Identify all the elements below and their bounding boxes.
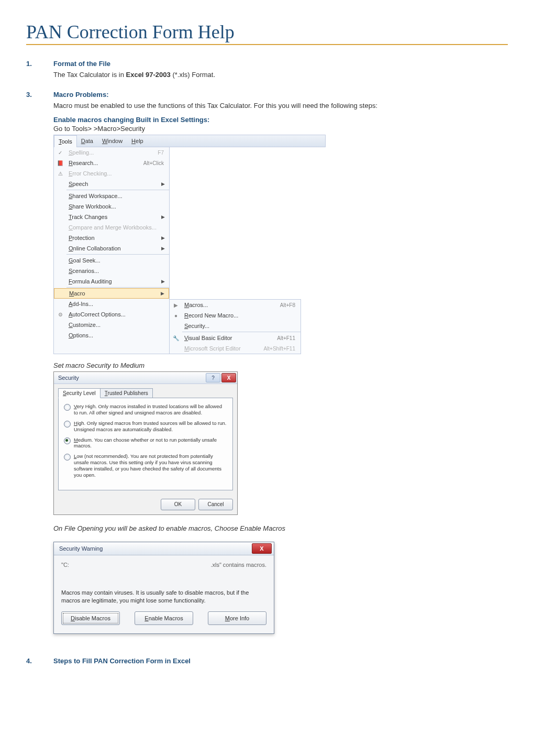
section-1-body: The Tax Calculator is in Excel 97-2003 (… [53, 70, 508, 80]
warning-close-icon[interactable]: X [252, 543, 272, 554]
security-option-label: Low (not recommended). You are not prote… [74, 453, 227, 478]
submenu-item-icon: ▶ [170, 302, 182, 308]
menu-item[interactable]: Customize... [54, 320, 169, 330]
page-title: PAN Correction Form Help [26, 21, 508, 43]
ok-button[interactable]: OK [161, 499, 195, 510]
section-1: 1. Format of the File The Tax Calculator… [26, 60, 508, 83]
dialog-help-icon[interactable]: ? [206, 373, 220, 382]
menu-separator [66, 190, 169, 190]
section-1-body-bold: Excel 97-2003 [126, 71, 171, 79]
menu-item-label: Spelling... [66, 149, 158, 156]
submenu-item[interactable]: ●Record New Macro... [170, 310, 301, 321]
menubar-tab-window[interactable]: Window [98, 135, 127, 147]
menubar-tab-help[interactable]: Help [127, 135, 148, 147]
menu-item[interactable]: 📕Research...Alt+Click [54, 158, 169, 168]
submenu-item-shortcut: Alt+Shift+F11 [263, 346, 298, 352]
menu-item: ⚠Error Checking... [54, 168, 169, 179]
radio-icon [64, 404, 71, 411]
security-level-option[interactable]: Very High. Only macros installed in trus… [64, 403, 227, 416]
menu-item-label: Track Changes [66, 214, 161, 220]
security-level-options: Very High. Only macros installed in trus… [58, 398, 233, 490]
menu-item[interactable]: Track Changes▶ [54, 212, 169, 222]
menu-item-label: Customize... [66, 322, 167, 328]
section-4: 4. Steps to Fill PAN Correction Form in … [26, 657, 508, 667]
submenu-item-label: Macros... [182, 302, 280, 308]
security-dialog-titlebar: Security ? X [54, 372, 237, 384]
menu-item[interactable]: Macro▶ [54, 288, 169, 299]
menubar-tab-data[interactable]: Data [77, 135, 98, 147]
tab-security-level[interactable]: Security Level [58, 388, 101, 398]
more-info-button[interactable]: More Info [208, 611, 266, 625]
menu-item-label: Options... [66, 332, 167, 338]
menu-item[interactable]: Share Workbook... [54, 201, 169, 212]
security-option-label: Medium. You can choose whether or not to… [74, 437, 227, 450]
radio-icon [64, 437, 71, 444]
menu-item: ✓Spelling...F7 [54, 147, 169, 158]
menubar-tab-tools[interactable]: Tools [54, 135, 77, 147]
security-option-label: High. Only signed macros from trusted so… [74, 420, 227, 433]
menu-item[interactable]: Shared Workspace... [54, 191, 169, 201]
submenu-item: Microsoft Script EditorAlt+Shift+F11 [170, 343, 301, 354]
menu-item-icon: ⚙ [54, 312, 66, 317]
caption-on-open: On File Opening you will be asked to ena… [53, 524, 508, 532]
disable-macros-button[interactable]: Disable Macros [61, 611, 120, 625]
disable-macros-label: isable Macros [75, 615, 110, 621]
submenu-item[interactable]: 🔧Visual Basic EditorAlt+F11 [170, 333, 301, 343]
menu-item-label: Online Collaboration [66, 245, 161, 251]
menu-item[interactable]: Options... [54, 330, 169, 341]
menu-item-label: Formula Auditing [66, 278, 161, 284]
menu-item[interactable]: Online Collaboration▶ [54, 243, 169, 254]
menu-item: Compare and Merge Workbooks... [54, 222, 169, 233]
submenu-item-icon: 🔧 [170, 335, 182, 341]
menu-item[interactable]: Scenarios... [54, 266, 169, 276]
enable-macros-heading: Enable macros changing Built in Excel Se… [53, 116, 508, 124]
menu-item-label: Goal Seek... [66, 257, 167, 264]
security-warning-title: Security Warning [59, 545, 103, 552]
menu-item-label: Add-Ins... [66, 301, 167, 307]
submenu-arrow-icon: ▶ [161, 291, 166, 296]
security-level-option[interactable]: Low (not recommended). You are not prote… [64, 453, 227, 478]
security-level-option[interactable]: Medium. You can choose whether or not to… [64, 437, 227, 450]
menu-item[interactable]: Add-Ins... [54, 299, 169, 309]
dialog-close-icon[interactable]: X [221, 373, 236, 382]
section-3-num: 3. [26, 91, 53, 642]
menu-item-label: Error Checking... [66, 170, 167, 177]
submenu-arrow-icon: ▶ [161, 279, 167, 284]
menubar-tab-tools-rest: ools [62, 138, 72, 145]
menu-item[interactable]: Speech▶ [54, 179, 169, 189]
enable-macros-label: nable Macros [149, 615, 183, 621]
section-3-heading: Macro Problems: [53, 91, 508, 98]
submenu-item-label: Security... [182, 323, 298, 329]
section-1-body-suffix: (*.xls) Format. [171, 71, 215, 79]
warning-path-suffix: .xls" contains macros. [210, 562, 266, 568]
more-info-label: ore Info [230, 615, 249, 621]
menu-item-icon: ✓ [54, 150, 66, 156]
submenu-item-label: Visual Basic Editor [182, 335, 277, 341]
cancel-button[interactable]: Cancel [198, 499, 233, 510]
section-1-heading: Format of the File [53, 60, 508, 68]
menu-item-icon: 📕 [54, 160, 66, 166]
menu-item[interactable]: ⚙AutoCorrect Options... [54, 309, 169, 320]
submenu-item[interactable]: ▶Macros...Alt+F8 [170, 300, 301, 310]
menu-item-label: AutoCorrect Options... [66, 311, 167, 317]
radio-icon [64, 454, 71, 461]
menu-item[interactable]: Formula Auditing▶ [54, 276, 169, 287]
submenu-arrow-icon: ▶ [161, 235, 167, 240]
security-level-option[interactable]: High. Only signed macros from trusted so… [64, 420, 227, 433]
menu-separator [182, 332, 301, 332]
enable-macros-button[interactable]: Enable Macros [135, 611, 193, 625]
menu-item[interactable]: Protection▶ [54, 233, 169, 243]
menubar: Tools Data Window Help [53, 135, 326, 147]
section-4-num: 4. [26, 657, 53, 667]
security-option-label: Very High. Only macros installed in trus… [74, 403, 227, 416]
warning-path: "C: [61, 562, 69, 568]
menu-item[interactable]: Goal Seek... [54, 255, 169, 266]
submenu-item[interactable]: Security... [170, 321, 301, 331]
goto-tools-text: Go to Tools> >Macro>Security [53, 125, 508, 133]
menu-item-label: Research... [66, 160, 143, 166]
tab-trusted-publishers[interactable]: Trusted Publishers [100, 388, 153, 398]
menu-item-label: Scenarios... [66, 268, 167, 274]
warning-message: Macros may contain viruses. It is usuall… [61, 589, 266, 605]
submenu-item-shortcut: Alt+F8 [280, 302, 298, 308]
menu-item-label: Macro [67, 290, 161, 297]
